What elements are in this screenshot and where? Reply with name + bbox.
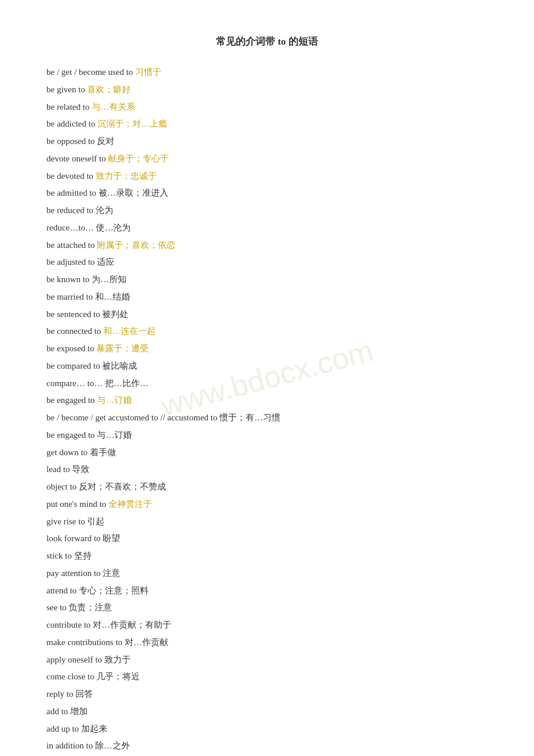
phrase-chinese: 注意 bbox=[103, 568, 120, 578]
phrase-chinese: 对…作贡献 bbox=[125, 638, 168, 647]
list-item: be / get / become used to 习惯于 bbox=[46, 64, 488, 81]
phrase-english: be engaged to bbox=[46, 395, 97, 405]
phrase-english: add up to bbox=[46, 724, 81, 733]
list-item: be / become / get accustomed to // accus… bbox=[46, 410, 488, 426]
phrase-chinese: 适应 bbox=[97, 257, 114, 267]
list-item: be devoted to 致力于；忠诚于 bbox=[46, 168, 488, 185]
phrase-chinese: 和…连在一起 bbox=[103, 326, 156, 336]
phrase-english: come close to bbox=[46, 672, 96, 681]
phrase-chinese: 全神贯注于 bbox=[109, 499, 152, 509]
phrase-chinese: 沉溺于；对…上瘾 bbox=[98, 119, 167, 128]
phrase-chinese: 献身于；专心于 bbox=[108, 154, 169, 163]
phrase-english: be addicted to bbox=[46, 119, 98, 128]
phrase-chinese: 负责；注意 bbox=[68, 603, 112, 612]
list-item: reduce…to… 使…沦为 bbox=[46, 220, 488, 236]
phrase-english: be connected to bbox=[46, 326, 103, 336]
phrase-chinese: 除…之外 bbox=[95, 741, 130, 750]
list-item: be attached to 附属于；喜欢；依恋 bbox=[46, 237, 488, 254]
list-item: object to 反对；不喜欢；不赞成 bbox=[46, 479, 488, 495]
phrase-chinese: 反对 bbox=[97, 136, 114, 146]
phrase-chinese: 反对；不喜欢；不赞成 bbox=[79, 482, 166, 491]
list-item: be sentenced to 被判处 bbox=[46, 307, 488, 323]
phrase-chinese: 专心；注意；照料 bbox=[79, 586, 149, 595]
phrase-chinese: 喜欢；癖好 bbox=[87, 85, 131, 94]
phrase-english: attend to bbox=[46, 586, 79, 595]
list-item: come close to 几乎；将近 bbox=[46, 669, 488, 685]
phrase-english: contribute to bbox=[46, 620, 93, 629]
phrase-english: be / get / become used to bbox=[46, 67, 135, 77]
phrase-english: be exposed to bbox=[46, 344, 96, 353]
phrase-english: compare… to… bbox=[46, 379, 105, 388]
phrase-english: be given to bbox=[46, 85, 87, 94]
phrase-chinese: 与…有关系 bbox=[92, 102, 135, 111]
phrase-chinese: 几乎；将近 bbox=[96, 672, 140, 681]
phrase-chinese: 回答 bbox=[75, 689, 93, 699]
phrase-chinese: 着手做 bbox=[90, 448, 116, 457]
page-title: 常见的介词带 to 的短语 bbox=[46, 35, 488, 48]
list-item: pay attention to 注意 bbox=[46, 566, 488, 582]
list-item: apply oneself to 致力于 bbox=[46, 652, 488, 668]
phrase-chinese: 对…作贡献；有助于 bbox=[93, 620, 171, 629]
list-item: lead to 导致 bbox=[46, 462, 488, 478]
phrase-english: be devoted to bbox=[46, 171, 96, 181]
list-item: see to 负责；注意 bbox=[46, 600, 488, 616]
phrase-english: give rise to bbox=[46, 517, 87, 526]
phrase-chinese: 致力于；忠诚于 bbox=[96, 171, 157, 181]
phrase-chinese: 把…比作… bbox=[105, 379, 149, 388]
phrase-chinese: 盼望 bbox=[103, 534, 120, 543]
phrase-chinese: 与…订婚 bbox=[97, 430, 132, 440]
list-item: be engaged to 与…订婚 bbox=[46, 427, 488, 444]
list-item: be known to 为…所知 bbox=[46, 272, 488, 288]
phrase-chinese: 与…订婚 bbox=[97, 395, 132, 405]
phrase-english: put one's mind to bbox=[46, 499, 109, 509]
phrase-english: look forward to bbox=[46, 534, 103, 543]
list-item: be opposed to 反对 bbox=[46, 134, 488, 150]
phrase-chinese: 增加 bbox=[70, 707, 88, 716]
phrase-chinese: 致力于 bbox=[104, 655, 131, 664]
phrase-english: add to bbox=[46, 707, 70, 716]
phrase-english: devote oneself to bbox=[46, 154, 108, 163]
phrase-english: in addition to bbox=[46, 741, 95, 750]
list-item: be compared to 被比喻成 bbox=[46, 358, 488, 375]
list-item: in addition to 除…之外 bbox=[46, 738, 488, 754]
phrase-english: be reduced to bbox=[46, 206, 96, 215]
list-item: make contributions to 对…作贡献 bbox=[46, 635, 488, 651]
phrase-english: be married to bbox=[46, 292, 95, 301]
list-item: contribute to 对…作贡献；有助于 bbox=[46, 617, 488, 633]
list-item: be reduced to 沦为 bbox=[46, 203, 488, 219]
list-item: stick to 坚持 bbox=[46, 548, 488, 564]
phrase-chinese: 习惯于 bbox=[135, 67, 161, 77]
list-item: be given to 喜欢；癖好 bbox=[46, 82, 488, 98]
phrase-chinese: 导致 bbox=[72, 465, 89, 474]
phrase-chinese: 使…沦为 bbox=[96, 223, 131, 232]
phrase-chinese: 暴露于；遭受 bbox=[96, 344, 149, 353]
phrase-english: be adjusted to bbox=[46, 257, 97, 267]
phrase-list: be / get / become used to 习惯于be given to… bbox=[46, 64, 488, 756]
list-item: be admitted to 被…录取；准进入 bbox=[46, 185, 488, 201]
phrase-english: be sentenced to bbox=[46, 309, 102, 319]
list-item: look forward to 盼望 bbox=[46, 531, 488, 547]
phrase-chinese: 坚持 bbox=[74, 551, 92, 560]
phrase-english: get down to bbox=[46, 448, 90, 457]
list-item: be addicted to 沉溺于；对…上瘾 bbox=[46, 116, 488, 132]
phrase-english: pay attention to bbox=[46, 568, 103, 578]
phrase-english: make contributions to bbox=[46, 638, 125, 647]
phrase-english: be attached to bbox=[46, 240, 97, 250]
phrase-english: see to bbox=[46, 603, 68, 612]
phrase-chinese: 沦为 bbox=[96, 206, 113, 215]
phrase-english: be admitted to bbox=[46, 188, 99, 197]
list-item: devote oneself to 献身于；专心于 bbox=[46, 151, 488, 167]
phrase-english: be engaged to bbox=[46, 430, 97, 440]
phrase-english: be related to bbox=[46, 102, 92, 111]
phrase-chinese: 引起 bbox=[87, 517, 104, 526]
list-item: put one's mind to 全神贯注于 bbox=[46, 496, 488, 513]
phrase-english: be opposed to bbox=[46, 136, 97, 146]
phrase-chinese: 被…录取；准进入 bbox=[99, 188, 168, 197]
list-item: reply to 回答 bbox=[46, 686, 488, 703]
phrase-chinese: 附属于；喜欢；依恋 bbox=[97, 240, 175, 250]
phrase-english: lead to bbox=[46, 465, 72, 474]
list-item: be related to 与…有关系 bbox=[46, 99, 488, 116]
phrase-english: apply oneself to bbox=[46, 655, 104, 664]
list-item: be engaged to 与…订婚 bbox=[46, 393, 488, 409]
list-item: be connected to 和…连在一起 bbox=[46, 323, 488, 340]
